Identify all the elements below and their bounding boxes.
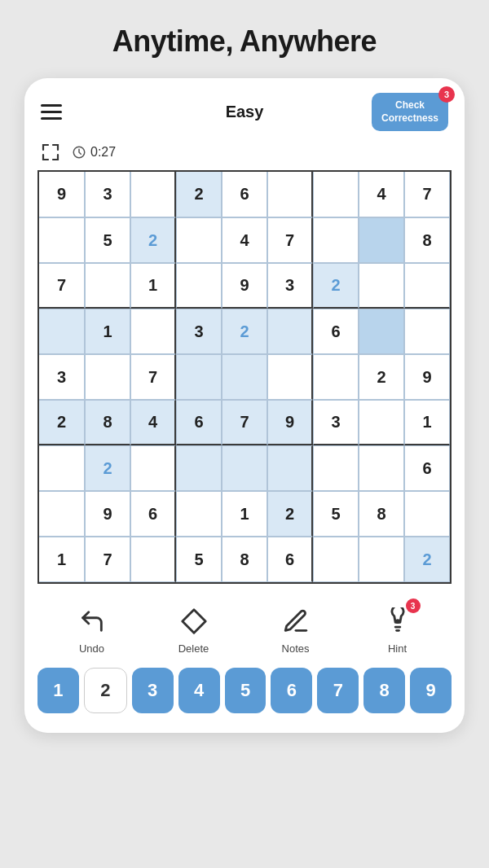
cell-r7-c5[interactable]: 2: [267, 491, 313, 537]
hint-tool[interactable]: 3 Hint: [380, 603, 416, 655]
cell-r8-c1[interactable]: 7: [85, 537, 130, 582]
cell-r3-c4[interactable]: 2: [222, 309, 267, 354]
num-button-4[interactable]: 4: [178, 668, 220, 713]
cell-r7-c7[interactable]: 8: [359, 491, 404, 537]
cell-r3-c3[interactable]: 3: [176, 309, 222, 354]
cell-r0-c0[interactable]: 9: [39, 172, 85, 217]
num-button-8[interactable]: 8: [363, 668, 405, 713]
cell-r4-c5[interactable]: [267, 354, 313, 400]
cell-r7-c2[interactable]: 6: [130, 491, 176, 537]
cell-r6-c3[interactable]: [176, 445, 222, 491]
cell-r2-c6[interactable]: 2: [313, 263, 359, 309]
cell-r2-c4[interactable]: 9: [222, 263, 267, 309]
cell-r6-c7[interactable]: [359, 445, 404, 491]
cell-r2-c0[interactable]: 7: [39, 263, 85, 309]
cell-r5-c7[interactable]: [359, 400, 404, 445]
cell-r3-c0[interactable]: [39, 309, 85, 354]
cell-r7-c3[interactable]: [176, 491, 222, 537]
cell-r8-c4[interactable]: 8: [222, 537, 267, 582]
cell-r0-c5[interactable]: [267, 172, 313, 217]
cell-r0-c1[interactable]: 3: [85, 172, 130, 217]
cell-r6-c2[interactable]: [130, 445, 176, 491]
num-button-6[interactable]: 6: [271, 668, 312, 713]
cell-r3-c7[interactable]: [359, 309, 404, 354]
cell-r5-c2[interactable]: 4: [130, 400, 176, 445]
cell-r6-c1[interactable]: 2: [85, 445, 130, 491]
cell-r6-c6[interactable]: [313, 445, 359, 491]
check-btn-wrap: CheckCorrectness 3: [372, 93, 448, 131]
cell-r1-c0[interactable]: [39, 217, 85, 263]
cell-r4-c3[interactable]: [176, 354, 222, 400]
cell-r1-c3[interactable]: [176, 217, 222, 263]
cell-r5-c6[interactable]: 3: [313, 400, 359, 445]
cell-r2-c3[interactable]: [176, 263, 222, 309]
cell-r0-c6[interactable]: [313, 172, 359, 217]
cell-r2-c2[interactable]: 1: [130, 263, 176, 309]
cell-r1-c1[interactable]: 5: [85, 217, 130, 263]
cell-r6-c5[interactable]: [267, 445, 313, 491]
cell-r3-c6[interactable]: 6: [313, 309, 359, 354]
cell-r0-c3[interactable]: 2: [176, 172, 222, 217]
cell-r4-c4[interactable]: [222, 354, 267, 400]
cell-r7-c1[interactable]: 9: [85, 491, 130, 537]
notes-tool[interactable]: Notes: [278, 603, 314, 655]
cell-r1-c4[interactable]: 4: [222, 217, 267, 263]
cell-r4-c6[interactable]: [313, 354, 359, 400]
cell-r4-c0[interactable]: 3: [39, 354, 85, 400]
cell-r0-c7[interactable]: 4: [359, 172, 404, 217]
cell-r7-c4[interactable]: 1: [222, 491, 267, 537]
cell-r3-c2[interactable]: [130, 309, 176, 354]
cell-r7-c0[interactable]: [39, 491, 85, 537]
menu-button[interactable]: [41, 104, 62, 120]
cell-r8-c6[interactable]: [313, 537, 359, 582]
cell-r8-c3[interactable]: 5: [176, 537, 222, 582]
cell-r1-c7[interactable]: [359, 217, 404, 263]
cell-r4-c1[interactable]: [85, 354, 130, 400]
cell-r6-c8[interactable]: 6: [404, 445, 450, 491]
app-header: Easy CheckCorrectness 3: [24, 78, 465, 139]
num-button-2[interactable]: 2: [84, 668, 127, 713]
cell-r2-c7[interactable]: [359, 263, 404, 309]
cell-r5-c5[interactable]: 9: [267, 400, 313, 445]
num-button-5[interactable]: 5: [225, 668, 267, 713]
cell-r6-c4[interactable]: [222, 445, 267, 491]
cell-r5-c0[interactable]: 2: [39, 400, 85, 445]
cell-r2-c8[interactable]: [404, 263, 450, 309]
delete-tool[interactable]: Delete: [176, 603, 212, 655]
cell-r4-c8[interactable]: 9: [404, 354, 450, 400]
cell-r8-c5[interactable]: 6: [267, 537, 313, 582]
num-button-9[interactable]: 9: [410, 668, 452, 713]
cell-r1-c8[interactable]: 8: [404, 217, 450, 263]
num-button-1[interactable]: 1: [37, 668, 79, 713]
cell-r4-c2[interactable]: 7: [130, 354, 176, 400]
cell-r1-c6[interactable]: [313, 217, 359, 263]
cell-r7-c8[interactable]: [404, 491, 450, 537]
cell-r0-c2[interactable]: [130, 172, 176, 217]
cell-r1-c5[interactable]: 7: [267, 217, 313, 263]
num-button-3[interactable]: 3: [132, 668, 174, 713]
cell-r8-c0[interactable]: 1: [39, 537, 85, 582]
cell-r2-c1[interactable]: [85, 263, 130, 309]
cell-r5-c4[interactable]: 7: [222, 400, 267, 445]
timer-row: 0:27: [24, 139, 465, 170]
cell-r8-c8[interactable]: 2: [404, 537, 450, 582]
check-correctness-button[interactable]: CheckCorrectness: [372, 93, 448, 131]
cell-r5-c1[interactable]: 8: [85, 400, 130, 445]
cell-r3-c5[interactable]: [267, 309, 313, 354]
cell-r3-c1[interactable]: 1: [85, 309, 130, 354]
cell-r3-c8[interactable]: [404, 309, 450, 354]
cell-r5-c3[interactable]: 6: [176, 400, 222, 445]
cell-r0-c8[interactable]: 7: [404, 172, 450, 217]
cell-r1-c2[interactable]: 2: [130, 217, 176, 263]
cell-r8-c7[interactable]: [359, 537, 404, 582]
cell-r4-c7[interactable]: 2: [359, 354, 404, 400]
cell-r6-c0[interactable]: [39, 445, 85, 491]
expand-icon[interactable]: [41, 142, 60, 162]
cell-r2-c5[interactable]: 3: [267, 263, 313, 309]
num-button-7[interactable]: 7: [317, 668, 359, 713]
cell-r7-c6[interactable]: 5: [313, 491, 359, 537]
cell-r8-c2[interactable]: [130, 537, 176, 582]
undo-tool[interactable]: Undo: [74, 603, 110, 655]
cell-r0-c4[interactable]: 6: [222, 172, 267, 217]
cell-r5-c8[interactable]: 1: [404, 400, 450, 445]
